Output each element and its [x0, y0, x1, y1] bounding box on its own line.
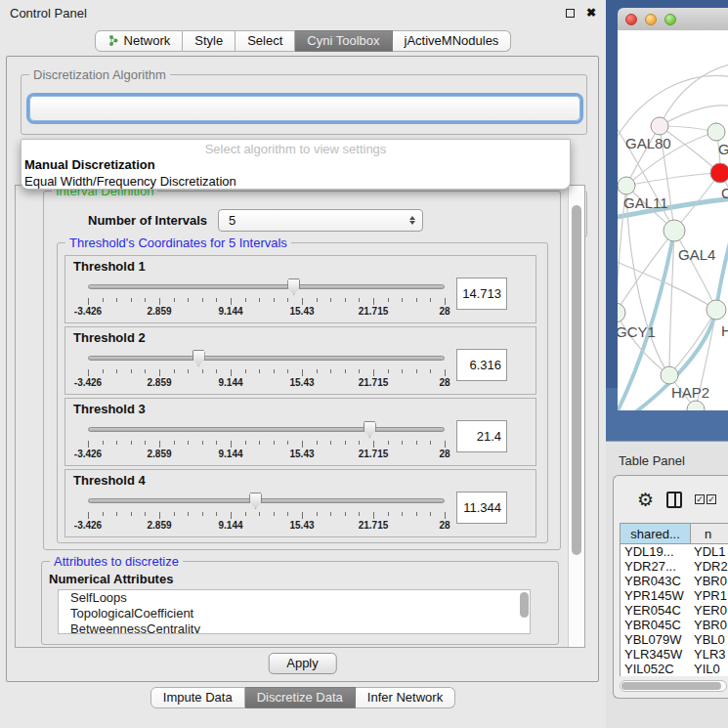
threshold-value-input[interactable]: 6.316	[456, 349, 507, 381]
network-node-HAP2[interactable]	[661, 366, 678, 384]
shared-name-cell[interactable]: YBR045C	[621, 618, 691, 632]
shared-name-cell[interactable]: YER054C	[621, 603, 691, 618]
name-cell[interactable]: YDR2	[691, 559, 728, 574]
dropdown-option-manual[interactable]: Manual Discretization	[21, 156, 570, 173]
name-cell[interactable]: YBR0	[691, 574, 728, 588]
tick-label: 28	[439, 520, 450, 531]
threshold-value-input[interactable]: 21.4	[456, 420, 507, 452]
algorithm-combobox[interactable]	[29, 96, 580, 121]
table-row[interactable]: YDL19...YDL1	[621, 544, 728, 559]
name-cell[interactable]: YBR0	[691, 618, 728, 632]
tick-label: -3.426	[74, 306, 102, 317]
slider-thumb[interactable]	[249, 492, 262, 509]
table-row[interactable]: YBR043CYBR0	[621, 574, 728, 588]
number-of-intervals-combobox[interactable]: 5	[218, 209, 423, 232]
vertical-scrollbar[interactable]	[568, 186, 584, 647]
table-row[interactable]: YBL079WYBL0	[621, 632, 728, 647]
tick-mark	[116, 441, 117, 445]
tab-jactivemnodules[interactable]: jActiveMNodules	[393, 30, 512, 52]
select-columns-icon[interactable]: ✓ ✓	[695, 494, 716, 504]
close-window-icon[interactable]: ✖	[586, 6, 596, 20]
table-row[interactable]: YLR345WYLR3	[621, 647, 728, 662]
network-node-GCY1[interactable]	[618, 303, 625, 322]
tick-mark	[259, 298, 260, 302]
network-edge[interactable]	[669, 310, 716, 375]
tab-style[interactable]: Style	[183, 30, 236, 52]
close-traffic-light-icon[interactable]	[625, 14, 637, 25]
network-edge[interactable]	[626, 173, 720, 186]
name-cell[interactable]: YER0	[691, 603, 728, 618]
column-header-shared-name[interactable]: shared...	[621, 524, 691, 543]
list-item[interactable]: TopologicalCoefficient	[70, 606, 530, 621]
shared-name-cell[interactable]: YIL052C	[621, 662, 691, 676]
horizontal-scrollbar[interactable]	[620, 680, 727, 692]
threshold-slider[interactable]: -3.4262.8599.14415.4321.71528	[88, 490, 445, 535]
list-item[interactable]: BetweennessCentrality	[70, 621, 530, 634]
network-node-GAL11[interactable]	[618, 177, 635, 194]
tick-mark	[202, 369, 203, 373]
threshold-label: Threshold 1	[71, 259, 530, 274]
list-item[interactable]: SelfLoops	[70, 590, 530, 606]
slider-track[interactable]	[88, 427, 445, 432]
dropdown-option-equal-width[interactable]: Equal Width/Frequency Discretization	[21, 173, 570, 190]
tab-discretize-data[interactable]: Discretize Data	[245, 687, 356, 708]
tab-cyni-toolbox[interactable]: Cyni Toolbox	[295, 30, 392, 52]
slider-thumb[interactable]	[287, 278, 300, 295]
slider-track[interactable]	[88, 284, 445, 289]
network-node-GA-partial[interactable]	[707, 123, 725, 141]
network-node-GAL4[interactable]	[664, 220, 685, 241]
name-cell[interactable]: YBL0	[691, 632, 728, 647]
horizontal-scrollbar-thumb[interactable]	[621, 682, 721, 690]
slider-track[interactable]	[88, 498, 445, 503]
network-canvas[interactable]: GAL80GACGAL11GAL4GCY1HHAP2	[618, 30, 728, 410]
name-cell[interactable]: YPR1	[691, 588, 728, 603]
gear-icon[interactable]: ⚙	[637, 491, 654, 509]
network-edge[interactable]	[660, 64, 728, 126]
tab-infer-network[interactable]: Infer Network	[356, 687, 455, 708]
threshold-slider[interactable]: -3.4262.8599.14415.4321.71528	[88, 347, 445, 392]
apply-button[interactable]: Apply	[268, 653, 337, 674]
shared-name-cell[interactable]: YBR043C	[621, 574, 691, 588]
tick-mark	[388, 512, 389, 516]
table-row[interactable]: YER054CYER0	[621, 603, 728, 618]
minimize-traffic-light-icon[interactable]	[645, 14, 657, 25]
slider-track[interactable]	[88, 356, 445, 361]
name-cell[interactable]: YIL0	[691, 662, 728, 676]
shared-name-cell[interactable]: YPR145W	[621, 588, 691, 603]
control-panel-titlebar: Control Panel ✖	[0, 0, 606, 25]
attributes-list-scrollbar[interactable]	[520, 592, 529, 618]
network-node-red-node[interactable]	[710, 163, 728, 183]
column-header-name[interactable]: n	[691, 524, 728, 543]
vertical-scrollbar-thumb[interactable]	[572, 205, 581, 555]
float-window-icon[interactable]	[566, 9, 575, 18]
table-row[interactable]: YBR045CYBR0	[621, 618, 728, 632]
threshold-value-input[interactable]: 14.713	[456, 278, 507, 310]
network-node-H-partial[interactable]	[707, 300, 726, 320]
tick-mark	[188, 369, 189, 373]
attributes-list-items: SelfLoopsTopologicalCoefficientBetweenne…	[70, 590, 530, 634]
table-row[interactable]: YDR27...YDR2	[621, 559, 728, 574]
threshold-slider[interactable]: -3.4262.8599.14415.4321.71528	[88, 276, 445, 321]
tab-impute-data[interactable]: Impute Data	[150, 687, 245, 708]
zoom-traffic-light-icon[interactable]	[664, 14, 676, 25]
slider-thumb[interactable]	[364, 421, 376, 438]
tick-mark	[174, 298, 175, 302]
tick-mark	[88, 441, 89, 448]
shared-name-cell[interactable]: YBL079W	[621, 632, 691, 647]
name-cell[interactable]: YDL1	[691, 544, 728, 559]
slider-thumb[interactable]	[193, 350, 205, 366]
column-layout-icon[interactable]	[666, 492, 682, 508]
name-cell[interactable]: YLR3	[691, 647, 728, 662]
threshold-slider[interactable]: -3.4262.8599.14415.4321.71528	[88, 418, 445, 463]
table-row[interactable]: YIL052CYIL0	[621, 662, 728, 676]
tick-label: 15.43	[289, 377, 314, 388]
shared-name-cell[interactable]: YDL19...	[621, 544, 691, 559]
table-row[interactable]: YPR145WYPR1	[621, 588, 728, 603]
shared-name-cell[interactable]: YLR345W	[621, 647, 691, 662]
tab-select[interactable]: Select	[236, 30, 295, 52]
tab-network[interactable]: Network	[95, 30, 184, 52]
shared-name-cell[interactable]: YDR27...	[621, 559, 691, 574]
threshold-slider-row: -3.4262.8599.14415.4321.7152811.344	[71, 490, 530, 535]
threshold-value-input[interactable]: 11.344	[456, 492, 507, 524]
network-node-GAL80[interactable]	[651, 117, 668, 135]
